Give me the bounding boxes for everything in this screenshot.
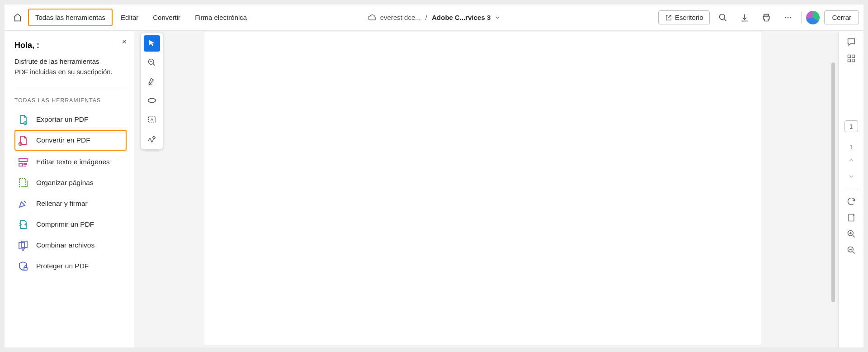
tool-convert-pdf[interactable]: Convertir en PDF [14, 130, 127, 151]
svg-rect-9 [19, 179, 26, 187]
selection-toolbar: A [141, 33, 163, 149]
document-area [137, 31, 838, 347]
page-down-icon[interactable] [843, 170, 859, 183]
breadcrumb-sep: / [425, 14, 427, 22]
top-left-group: Todas las herramientas Editar Convertir … [9, 9, 253, 26]
protect-icon [17, 260, 29, 272]
tab-convert[interactable]: Convertir [146, 10, 187, 25]
right-rail: 1 1 [838, 31, 863, 347]
rotate-icon[interactable] [843, 195, 859, 208]
convert-pdf-icon [17, 134, 29, 146]
svg-rect-17 [849, 214, 854, 221]
svg-rect-14 [852, 55, 854, 58]
tool-organize-pages[interactable]: Organizar páginas [14, 172, 127, 193]
zoom-out-icon[interactable] [843, 243, 859, 257]
svg-text:A: A [151, 117, 153, 122]
divider [14, 87, 127, 87]
download-icon[interactable] [736, 9, 753, 26]
textbox-tool-icon[interactable]: A [144, 111, 160, 128]
search-icon[interactable] [714, 9, 731, 26]
top-bar: Todas las herramientas Editar Convertir … [5, 5, 863, 31]
combine-icon [17, 239, 29, 251]
breadcrumb: everest dce... / Adobe C...rvices 3 [368, 13, 501, 22]
tool-fill-sign[interactable]: Rellenar y firmar [14, 193, 127, 214]
svg-rect-12 [24, 267, 27, 270]
external-link-icon [665, 14, 672, 21]
cloud-location[interactable]: everest dce... [368, 13, 421, 22]
svg-rect-16 [852, 59, 854, 62]
tab-edit[interactable]: Editar [114, 10, 145, 25]
thumbnails-icon[interactable] [843, 52, 859, 65]
tool-protect-pdf[interactable]: Proteger un PDF [14, 256, 127, 276]
cloud-icon [368, 13, 377, 22]
desktop-label: Escritorio [675, 14, 703, 21]
tool-compress-pdf[interactable]: Comprimir un PDF [14, 214, 127, 235]
top-right-group: Escritorio Cerrar [658, 9, 859, 26]
tool-export-pdf[interactable]: Exportar un PDF [14, 109, 127, 130]
print-icon[interactable] [758, 9, 775, 26]
fill-sign-icon [17, 198, 29, 209]
section-header: TODAS LAS HERRAMIENTAS [14, 97, 127, 104]
svg-rect-13 [848, 55, 850, 58]
tools-panel: × Hola, : Disfrute de las herramientas P… [5, 31, 137, 347]
tool-edit-text-images[interactable]: Editar texto e imágenes [14, 152, 127, 172]
page-up-icon[interactable] [843, 153, 859, 167]
organize-icon [17, 177, 29, 189]
page-input[interactable]: 1 [844, 120, 858, 132]
comments-icon[interactable] [843, 35, 859, 49]
chevron-down-icon [494, 14, 500, 21]
tool-label: Comprimir un PDF [36, 220, 94, 228]
tool-label: Convertir en PDF [36, 136, 90, 144]
compress-icon [17, 219, 29, 230]
close-button[interactable]: Cerrar [824, 10, 859, 24]
svg-point-3 [788, 17, 789, 18]
export-pdf-icon [17, 114, 29, 125]
tool-combine-files[interactable]: Combinar archivos [14, 235, 127, 256]
freeform-tool-icon[interactable] [144, 92, 160, 109]
zoom-tool-icon[interactable] [144, 54, 160, 71]
tool-label: Proteger un PDF [36, 262, 89, 270]
cloud-label: everest dce... [380, 14, 421, 21]
svg-point-2 [785, 17, 786, 18]
open-desktop-button[interactable]: Escritorio [658, 10, 710, 24]
tab-esign[interactable]: Firma electrónica [189, 10, 253, 25]
svg-rect-7 [19, 158, 27, 162]
more-icon[interactable] [779, 9, 797, 26]
tab-all-tools[interactable]: Todas las herramientas [28, 9, 113, 26]
svg-rect-8 [19, 163, 23, 166]
sign-tool-icon[interactable] [144, 130, 160, 147]
divider [844, 189, 858, 189]
greeting: Hola, : [14, 41, 127, 50]
edit-icon [17, 156, 29, 168]
tool-label: Exportar un PDF [36, 115, 88, 124]
greeting-subtitle: Disfrute de las herramientas PDF incluid… [14, 57, 127, 77]
document-canvas[interactable] [204, 32, 761, 345]
select-tool-icon[interactable] [144, 35, 160, 52]
avatar[interactable] [806, 11, 820, 24]
doc-title: Adobe C...rvices 3 [432, 14, 491, 21]
home-icon[interactable] [9, 9, 26, 26]
svg-point-21 [148, 98, 156, 102]
tool-label: Combinar archivos [36, 241, 94, 249]
svg-point-0 [720, 14, 725, 19]
divider [801, 12, 802, 24]
scrollbar-vertical[interactable] [831, 62, 835, 302]
fit-page-icon[interactable] [843, 211, 859, 224]
panel-close-icon[interactable]: × [122, 37, 127, 47]
svg-rect-15 [848, 59, 850, 62]
doc-title-dropdown[interactable]: Adobe C...rvices 3 [432, 14, 500, 21]
tool-label: Organizar páginas [36, 179, 94, 187]
tool-label: Editar texto e imágenes [36, 158, 110, 166]
svg-point-4 [790, 17, 792, 18]
highlight-tool-icon[interactable] [144, 73, 160, 90]
main-body: × Hola, : Disfrute de las herramientas P… [5, 31, 863, 347]
tool-label: Rellenar y firmar [36, 200, 88, 208]
zoom-in-icon[interactable] [843, 227, 859, 241]
total-pages: 1 [849, 144, 853, 151]
